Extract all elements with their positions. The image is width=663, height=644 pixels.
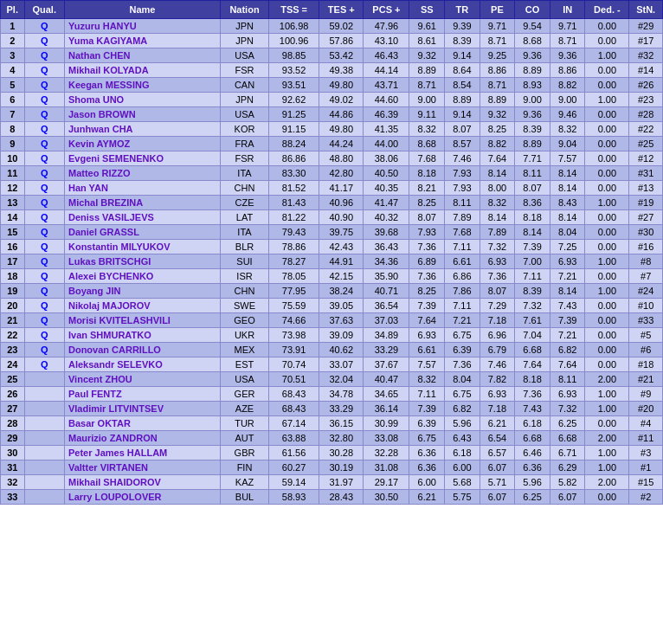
table-cell: 42.43 xyxy=(319,240,364,254)
table-cell: Keegan MESSING xyxy=(64,78,220,93)
table-cell: Q xyxy=(24,48,64,63)
skater-name-link[interactable]: Deniss VASILJEVS xyxy=(68,212,154,222)
skater-name-link[interactable]: Vincent ZHOU xyxy=(68,374,132,384)
table-cell: 0.00 xyxy=(585,122,629,137)
header-pl: Pl. xyxy=(1,1,25,19)
skater-name-link[interactable]: Nathan CHEN xyxy=(68,50,131,61)
table-cell: 98.85 xyxy=(269,48,319,63)
skater-name-link[interactable]: Yuma KAGIYAMA xyxy=(68,35,147,46)
skater-name-link[interactable]: Larry LOUPOLOVER xyxy=(68,492,162,502)
table-cell: 1.00 xyxy=(585,402,629,416)
table-cell: 6.18 xyxy=(445,446,480,460)
table-cell: #29 xyxy=(629,19,663,34)
table-cell: 31 xyxy=(1,460,25,475)
table-cell: #12 xyxy=(629,151,663,166)
table-cell: Q xyxy=(24,284,64,299)
skater-name-link[interactable]: Jason BROWN xyxy=(68,109,136,119)
table-cell: Q xyxy=(24,166,64,181)
table-cell: 6.21 xyxy=(409,490,445,505)
table-row: 1QYuzuru HANYUJPN106.9859.0247.969.619.3… xyxy=(1,19,663,34)
table-cell: 7.86 xyxy=(445,284,480,299)
skater-name-link[interactable]: Junhwan CHA xyxy=(68,124,133,134)
skater-name-link[interactable]: Vladimir LITVINTSEV xyxy=(68,403,164,414)
table-cell: 34.78 xyxy=(319,387,364,402)
table-cell: 8.14 xyxy=(480,210,515,225)
skater-name-link[interactable]: Nikolaj MAJOROV xyxy=(68,300,151,311)
skater-name-link[interactable]: Donovan CARRILLO xyxy=(68,345,161,355)
table-cell: 59.14 xyxy=(269,475,319,490)
table-cell: 6.25 xyxy=(515,490,550,505)
skater-name-link[interactable]: Keegan MESSING xyxy=(68,80,150,90)
table-cell: Basar OKTAR xyxy=(64,416,220,431)
table-row: 26Paul FENTZGER68.4334.7834.657.116.756.… xyxy=(1,387,663,402)
table-cell: #18 xyxy=(629,357,663,372)
skater-name-link[interactable]: Valtter VIRTANEN xyxy=(68,462,148,473)
table-cell: #26 xyxy=(629,78,663,93)
table-cell: 7.39 xyxy=(409,402,445,416)
table-cell: 7.64 xyxy=(515,357,550,372)
table-cell: 6.68 xyxy=(515,431,550,446)
skater-name-link[interactable]: Basar OKTAR xyxy=(68,418,131,428)
table-cell: 40.96 xyxy=(319,196,364,210)
skater-name-link[interactable]: Ivan SHMURATKO xyxy=(68,330,151,340)
skater-name-link[interactable]: Konstantin MILYUKOV xyxy=(68,242,171,252)
table-cell: 73.91 xyxy=(269,343,319,357)
table-cell: Q xyxy=(24,181,64,196)
table-cell: 33.07 xyxy=(319,357,364,372)
skater-name-link[interactable]: Shoma UNO xyxy=(68,94,124,105)
table-cell: 5.71 xyxy=(480,475,515,490)
table-cell: 7.04 xyxy=(515,328,550,343)
table-cell: 8.61 xyxy=(409,34,445,48)
table-cell: 91.15 xyxy=(269,122,319,137)
table-cell: 22 xyxy=(1,328,25,343)
table-cell: #11 xyxy=(629,431,663,446)
table-cell: 2 xyxy=(1,34,25,48)
table-cell: 57.86 xyxy=(319,34,364,48)
table-cell: 11 xyxy=(1,166,25,181)
skater-name-link[interactable]: Kevin AYMOZ xyxy=(68,138,130,149)
skater-name-link[interactable]: Matteo RIZZO xyxy=(68,168,131,178)
table-cell: 9.61 xyxy=(409,19,445,34)
skater-name-link[interactable]: Paul FENTZ xyxy=(68,389,122,399)
table-cell: 8.25 xyxy=(409,196,445,210)
table-cell: 6.93 xyxy=(550,254,585,269)
skater-name-link[interactable]: Lukas BRITSCHGI xyxy=(68,256,151,267)
table-cell: GBR xyxy=(220,446,268,460)
table-cell: 7.29 xyxy=(480,299,515,313)
table-cell: Q xyxy=(24,299,64,313)
table-cell: 9.00 xyxy=(409,93,445,107)
skater-name-link[interactable]: Aleksandr SELEVKO xyxy=(68,359,163,370)
skater-name-link[interactable]: Michal BREZINA xyxy=(68,197,143,208)
table-cell: 44.86 xyxy=(319,107,364,122)
skater-name-link[interactable]: Peter James HALLAM xyxy=(68,448,167,458)
table-cell: 7.25 xyxy=(550,240,585,254)
table-cell: 8.32 xyxy=(480,196,515,210)
skater-name-link[interactable]: Han YAN xyxy=(68,183,108,193)
table-cell: 7.36 xyxy=(409,269,445,284)
table-cell: 39.09 xyxy=(319,328,364,343)
table-cell: 29.17 xyxy=(364,475,409,490)
table-cell: Alexei BYCHENKO xyxy=(64,269,220,284)
skater-name-link[interactable]: Yuzuru HANYU xyxy=(68,21,137,31)
table-cell: 6.25 xyxy=(550,416,585,431)
skater-name-link[interactable]: Boyang JIN xyxy=(68,286,121,296)
table-cell: 8.07 xyxy=(480,284,515,299)
table-cell: 78.86 xyxy=(269,240,319,254)
table-cell: Evgeni SEMENENKO xyxy=(64,151,220,166)
skater-name-link[interactable]: Morisi KVITELASHVILI xyxy=(68,315,171,325)
table-cell: 7.36 xyxy=(480,269,515,284)
table-cell: Vladimir LITVINTSEV xyxy=(64,402,220,416)
skater-name-link[interactable]: Mikhail KOLYADA xyxy=(68,65,149,75)
skater-name-link[interactable]: Mikhail SHAIDOROV xyxy=(68,477,161,487)
skater-name-link[interactable]: Alexei BYCHENKO xyxy=(68,271,153,281)
table-cell: 7.71 xyxy=(515,151,550,166)
table-cell: Aleksandr SELEVKO xyxy=(64,357,220,372)
table-cell: 41.47 xyxy=(364,196,409,210)
skater-name-link[interactable]: Maurizio ZANDRON xyxy=(68,433,158,443)
table-cell: 2.00 xyxy=(585,431,629,446)
table-cell: #20 xyxy=(629,402,663,416)
table-cell: 8.14 xyxy=(550,166,585,181)
table-row: 15QDaniel GRASSLITA79.4339.7539.687.937.… xyxy=(1,225,663,240)
skater-name-link[interactable]: Evgeni SEMENENKO xyxy=(68,153,164,164)
skater-name-link[interactable]: Daniel GRASSL xyxy=(68,227,139,237)
